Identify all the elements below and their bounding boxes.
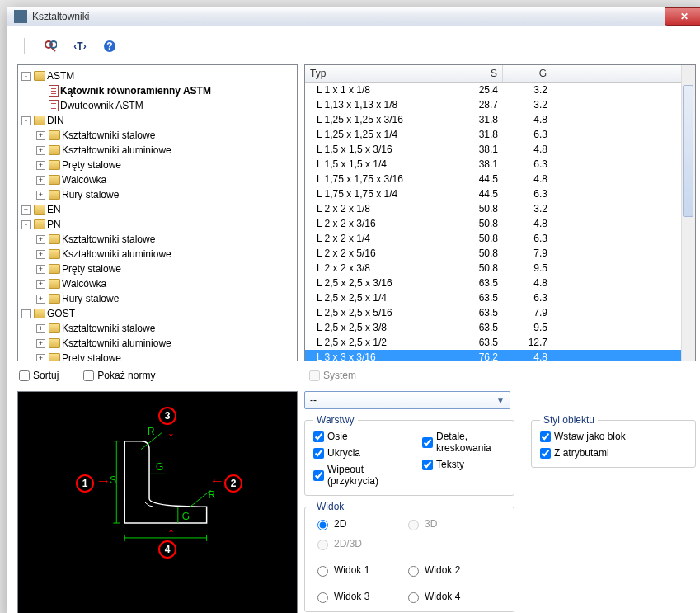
style-attr-checkbox[interactable]: Z atrybutami (540, 447, 687, 459)
tree-item[interactable]: + Kształtowniki stalowe (36, 232, 295, 247)
table-row[interactable]: L 2,5 x 2,5 x 3/1663.54.8 (305, 276, 695, 290)
table-row[interactable]: L 2 x 2 x 1/450.86.3 (305, 231, 695, 246)
tree-item[interactable]: + Kształtowniki stalowe (36, 321, 295, 336)
tree-item[interactable]: + Kształtowniki aluminiowe (36, 336, 295, 351)
expand-icon[interactable]: + (36, 354, 45, 362)
collapse-icon[interactable]: - (21, 116, 31, 125)
view-2d-radio[interactable]: 2D (313, 517, 388, 530)
style-block-checkbox[interactable]: Wstaw jako blok (540, 431, 687, 442)
tree-item[interactable]: Dwuteownik ASTM (36, 98, 295, 113)
show-norms-checkbox[interactable]: Pokaż normy (83, 370, 155, 381)
col-typ[interactable]: Typ (305, 65, 453, 82)
table-row[interactable]: L 2,5 x 2,5 x 1/463.56.3 (305, 290, 695, 305)
table-row[interactable]: L 1,75 x 1,75 x 3/1644.54.8 (305, 172, 695, 186)
scrollbar-thumb[interactable] (683, 85, 693, 217)
collapse-icon[interactable]: - (21, 220, 31, 229)
view-widok4-radio[interactable]: Widok 4 (404, 590, 478, 603)
tree-item[interactable]: + Rury stalowe (36, 291, 295, 306)
tree-item[interactable]: - DIN (21, 113, 295, 128)
table-row[interactable]: L 1,13 x 1,13 x 1/828.73.2 (305, 97, 695, 112)
tree-item[interactable]: + Kształtowniki aluminiowe (36, 247, 295, 262)
expand-icon[interactable]: + (36, 191, 45, 200)
expand-icon[interactable]: + (36, 176, 45, 185)
tree-label: Kształtowniki aluminiowe (62, 247, 171, 262)
expand-icon[interactable]: + (36, 280, 45, 289)
table-row[interactable]: L 2 x 2 x 5/1650.87.9 (305, 246, 695, 261)
table-row[interactable]: L 2 x 2 x 3/1650.84.8 (305, 216, 695, 231)
table-row[interactable]: L 2,5 x 2,5 x 1/263.512.7 (305, 335, 695, 350)
tree-item[interactable]: + Walcówka (36, 276, 295, 291)
tree-label: Pręty stalowe (62, 262, 121, 276)
table-row[interactable]: L 1 x 1 x 1/825.43.2 (305, 83, 695, 97)
cell-typ: L 1,5 x 1,5 x 3/16 (305, 144, 453, 155)
vertical-scrollbar[interactable] (681, 65, 695, 361)
table-row[interactable]: L 2 x 2 x 3/850.89.5 (305, 261, 695, 276)
help-icon[interactable]: ? (102, 39, 117, 54)
expand-icon[interactable]: + (36, 324, 45, 333)
table-row[interactable]: L 1,25 x 1,25 x 3/1631.84.8 (305, 112, 695, 127)
tree-item[interactable]: + Pręty stalowe (36, 158, 295, 172)
layer-ukrycia-checkbox[interactable]: Ukrycia (313, 447, 397, 459)
expand-icon[interactable]: + (36, 146, 45, 155)
tree-item[interactable]: + Walcówka (36, 172, 295, 187)
view-3d-radio: 3D (404, 517, 478, 530)
table-row[interactable]: L 3 x 3 x 3/1676.24.8 (305, 350, 695, 361)
table-row[interactable]: L 2 x 2 x 1/850.83.2 (305, 201, 695, 216)
expand-icon[interactable]: + (36, 265, 45, 274)
expand-icon[interactable]: + (36, 235, 45, 244)
tree-item[interactable]: + Pręty stalowe (36, 351, 295, 361)
standards-tree[interactable]: - ASTM Kątownik równoramienny ASTM Dwute… (17, 64, 298, 361)
expand-icon[interactable]: + (36, 295, 45, 304)
expand-icon[interactable]: + (36, 131, 45, 140)
folder-icon (49, 130, 60, 140)
sizes-table[interactable]: Typ S G L 1 x 1 x 1/825.43.2L 1,13 x 1,1… (304, 64, 696, 361)
folder-icon (49, 190, 60, 200)
cell-s: 63.5 (453, 292, 503, 304)
tree-label: GOST (47, 306, 75, 321)
cell-s: 25.4 (453, 84, 503, 96)
table-row[interactable]: L 1,5 x 1,5 x 3/1638.14.8 (305, 142, 695, 157)
view-widok2-radio[interactable]: Widok 2 (404, 563, 478, 577)
folder-icon (49, 145, 60, 155)
tree-item[interactable]: - PN (21, 217, 295, 232)
table-row[interactable]: L 2,5 x 2,5 x 3/863.59.5 (305, 320, 695, 335)
tree-item[interactable]: + EN (21, 202, 295, 217)
tree-item[interactable]: - GOST (21, 306, 295, 321)
collapse-icon[interactable]: - (21, 72, 31, 81)
view-widok3-radio[interactable]: Widok 3 (313, 590, 388, 603)
find-icon[interactable] (43, 39, 58, 54)
col-g[interactable]: G (503, 65, 552, 82)
tree-item[interactable]: + Kształtowniki stalowe (36, 128, 295, 143)
table-row[interactable]: L 1,5 x 1,5 x 1/438.16.3 (305, 157, 695, 172)
layer-wipeout-checkbox[interactable]: Wipeout (przykrycia) (313, 464, 397, 487)
view-widok1-radio[interactable]: Widok 1 (313, 563, 388, 577)
preview-panel: S S G G R R 1 → 2 ← 3 → 4 (17, 391, 298, 613)
layer-teksty-checkbox[interactable]: Teksty (422, 459, 505, 470)
cell-typ: L 2,5 x 2,5 x 1/2 (305, 337, 453, 348)
expand-icon[interactable]: + (36, 250, 45, 259)
expand-icon[interactable]: + (21, 205, 31, 215)
col-s[interactable]: S (453, 65, 503, 82)
close-button[interactable]: ✕ (665, 7, 700, 26)
table-row[interactable]: L 2,5 x 2,5 x 5/1663.57.9 (305, 305, 695, 320)
expand-icon[interactable]: + (36, 161, 45, 170)
text-icon[interactable]: ‹T› (73, 39, 87, 54)
table-row[interactable]: L 1,75 x 1,75 x 1/444.56.3 (305, 186, 695, 201)
layer-detale-checkbox[interactable]: Detale, kreskowania (422, 431, 505, 454)
table-row[interactable]: L 1,25 x 1,25 x 1/431.86.3 (305, 127, 695, 142)
sort-checkbox[interactable]: Sortuj (19, 370, 59, 381)
system-combo[interactable]: -- ▼ (304, 391, 510, 409)
folder-icon (34, 309, 45, 318)
expand-icon[interactable]: + (36, 339, 45, 348)
tree-item[interactable]: + Kształtowniki aluminiowe (36, 143, 295, 158)
tree-item[interactable]: + Rury stalowe (36, 187, 295, 202)
tree-item[interactable]: Kątownik równoramienny ASTM (36, 83, 295, 98)
cell-g: 4.8 (503, 351, 552, 361)
file-icon (49, 100, 59, 111)
cell-g: 3.2 (503, 203, 552, 215)
collapse-icon[interactable]: - (21, 309, 31, 318)
tree-item[interactable]: + Pręty stalowe (36, 262, 295, 276)
layer-osie-checkbox[interactable]: Osie (313, 431, 397, 442)
tree-item[interactable]: - ASTM (21, 68, 295, 83)
tree-label: Pręty stalowe (62, 158, 121, 172)
